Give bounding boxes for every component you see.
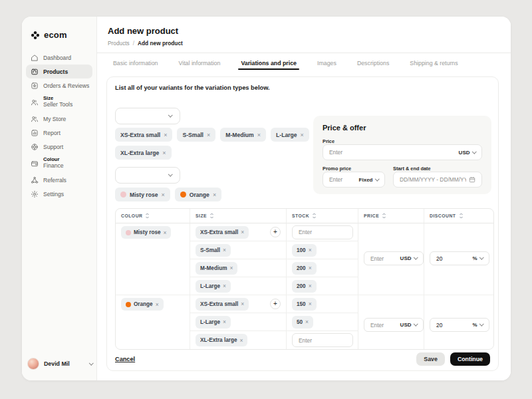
remove-icon[interactable]: × (156, 301, 159, 308)
size-cell: M-Medium× (190, 259, 287, 277)
column-header-price[interactable]: Price (358, 209, 424, 223)
currency-select-value[interactable]: USD (400, 322, 412, 328)
card-footer: Cancel Save Continue (115, 352, 490, 366)
sidebar-item-dashboard[interactable]: Dashboard (26, 51, 92, 65)
remove-icon[interactable]: × (241, 229, 244, 235)
continue-button[interactable]: Continue (450, 352, 490, 366)
colour-chip-misty-rose: Misty rose× (115, 188, 170, 201)
remove-icon[interactable]: × (223, 247, 226, 253)
remove-icon[interactable]: × (223, 283, 226, 289)
chevron-down-icon (89, 360, 93, 364)
colour-chip-row: Misty rose× Orange× (115, 188, 221, 201)
remove-icon[interactable]: × (305, 319, 309, 325)
sidebar-item-orders-reviews[interactable]: Orders & Reviews (26, 78, 92, 92)
brand-logo: ecom (22, 17, 96, 40)
column-header-colour[interactable]: Colour (116, 209, 190, 223)
orange-dot (126, 302, 131, 307)
cancel-link[interactable]: Cancel (115, 356, 135, 362)
save-button[interactable]: Save (416, 352, 445, 366)
stock-input[interactable] (299, 229, 346, 235)
tab-descriptions[interactable]: Descriptions (357, 53, 389, 73)
tab-vital-information[interactable]: Vital information (178, 53, 220, 73)
sidebar-item-finance[interactable]: Colour Finance (26, 154, 92, 173)
remove-icon[interactable]: × (309, 265, 312, 271)
remove-icon[interactable]: × (309, 247, 312, 253)
group-discount-field: % (430, 318, 489, 332)
tab-basic-information[interactable]: Basic information (113, 53, 158, 73)
sidebar-item-products[interactable]: Products (26, 65, 92, 78)
size-variation-select[interactable] (115, 108, 180, 124)
misty-rose-dot (126, 230, 131, 235)
group-discount-field: % (430, 251, 489, 265)
stock-chip: 200× (292, 280, 317, 293)
size-chip: S-Small× (177, 128, 215, 142)
discount-cell: % (424, 295, 493, 349)
group-price-input[interactable] (370, 322, 398, 329)
remove-icon[interactable]: × (162, 150, 166, 156)
table-size-chip: S-Small× (196, 244, 231, 257)
user-menu[interactable]: Devid Mil (27, 358, 92, 370)
stock-cell: 200× (287, 277, 358, 295)
promo-price-input[interactable] (329, 176, 356, 183)
sidebar-item-my-store[interactable]: My Store (26, 112, 92, 126)
date-range-input[interactable] (400, 176, 466, 183)
breadcrumb-current: Add new product (138, 40, 183, 47)
colour-variation-select[interactable] (115, 167, 180, 184)
currency-select-value[interactable]: USD (459, 150, 470, 156)
promo-type-select-value[interactable]: Fixed (359, 177, 373, 183)
add-size-button[interactable]: + (270, 227, 281, 237)
table-size-chip: XL-Extra large× (196, 334, 247, 346)
stock-cell (287, 331, 358, 349)
remove-icon[interactable]: × (223, 319, 226, 325)
stock-chip: 100× (292, 244, 317, 257)
column-header-discount[interactable]: Discount (424, 209, 493, 223)
calendar-icon[interactable] (469, 176, 475, 183)
remove-icon[interactable]: × (162, 192, 165, 198)
sidebar-item-support[interactable]: Support (26, 140, 92, 154)
sidebar-item-report[interactable]: Report (26, 126, 92, 140)
column-header-size[interactable]: Size (190, 209, 287, 223)
sidebar-item-seller-tools[interactable]: Size Seller Tools (26, 92, 92, 112)
price-field: USD (323, 144, 482, 160)
review-badge-icon (31, 82, 39, 90)
add-size-button[interactable]: + (270, 299, 281, 309)
remove-icon[interactable]: × (257, 132, 261, 138)
sort-icon (209, 213, 214, 219)
table-colour-chip: Misty rose× (121, 226, 171, 239)
remove-icon[interactable]: × (207, 132, 210, 138)
remove-icon[interactable]: × (164, 229, 167, 236)
brand-name: ecom (44, 30, 67, 40)
remove-icon[interactable]: × (240, 337, 243, 344)
table-size-chip: XS-Extra small× (196, 298, 249, 311)
column-header-stock[interactable]: Stock (287, 209, 358, 223)
size-chip: L-Large× (271, 128, 309, 142)
sidebar-item-settings[interactable]: Settings (26, 187, 92, 201)
sidebar-item-referrals[interactable]: Referrals (26, 173, 92, 187)
tab-shipping-returns[interactable]: Shipping & returns (410, 53, 458, 73)
group-discount-input[interactable] (436, 255, 469, 262)
discount-unit-select-value[interactable]: % (472, 322, 477, 328)
currency-select-value[interactable]: USD (400, 255, 412, 261)
breadcrumb-separator: / (133, 40, 134, 47)
stock-input[interactable] (299, 337, 346, 344)
breadcrumb-products[interactable]: Products (108, 40, 130, 47)
tab-images[interactable]: Images (317, 53, 336, 73)
remove-icon[interactable]: × (241, 301, 244, 307)
remove-icon[interactable]: × (164, 132, 167, 138)
tab-variations-and-price[interactable]: Variations and price (241, 53, 297, 73)
chevron-down-icon (479, 255, 483, 259)
size-cell: L-Large× (190, 277, 287, 295)
remove-icon[interactable]: × (309, 283, 312, 289)
group-price-input[interactable] (370, 255, 398, 262)
price-input[interactable] (329, 149, 456, 156)
group-discount-input[interactable] (436, 322, 469, 329)
stock-chip: 150× (292, 298, 317, 311)
remove-icon[interactable]: × (301, 132, 304, 138)
remove-icon[interactable]: × (213, 192, 216, 198)
stock-chip: 200× (292, 262, 317, 275)
breadcrumb: Products / Add new product (108, 40, 511, 53)
remove-icon[interactable]: × (229, 265, 233, 271)
discount-unit-select-value[interactable]: % (472, 255, 477, 261)
remove-icon[interactable]: × (309, 301, 312, 307)
size-cell: XL-Extra large× (190, 331, 287, 349)
